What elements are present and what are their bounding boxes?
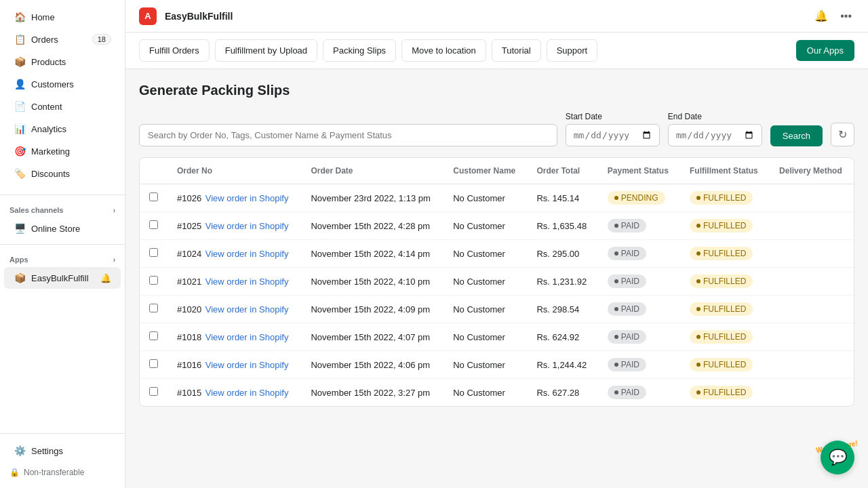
tab-support[interactable]: Support [547,39,598,62]
sidebar-item-online-store[interactable]: 🖥️ Online Store [4,218,121,239]
sidebar-item-label: Settings [31,446,63,456]
sidebar-item-analytics[interactable]: 📊 Analytics [4,118,121,140]
order-link[interactable]: View order in Shopify [205,193,289,203]
orders-table-container: Order No Order Date Customer Name Order … [139,157,854,407]
order-number: #1021 [177,277,201,287]
table-row: #1015 View order in Shopify November 15t… [140,379,854,407]
order-date-cell: November 15th 2022, 3:27 pm [301,379,443,407]
sales-channels-header[interactable]: Sales channels › [0,199,125,217]
our-apps-button[interactable]: Our Apps [796,40,854,61]
chevron-right-icon: › [113,207,115,214]
delivery-method-cell [770,379,854,407]
end-date-group: End Date [668,112,762,146]
payment-status-badge: PAID [608,330,646,344]
search-button[interactable]: Search [770,125,823,146]
content-area: Generate Packing Slips Start Date End Da… [125,69,868,488]
payment-status-badge: PAID [608,386,646,399]
bell-icon[interactable]: 🔔 [100,273,111,283]
fulfillment-status-cell: FULFILLED [680,240,770,268]
badge-dot [696,196,701,200]
payment-status-badge: PAID [608,358,646,371]
search-input[interactable] [139,124,557,146]
sidebar-item-label: Online Store [31,224,80,234]
order-no-cell: #1021 View order in Shopify [167,268,301,296]
customer-name-cell: No Customer [443,351,527,379]
delivery-method-cell [770,268,854,296]
sidebar-item-content[interactable]: 📄 Content [4,96,121,117]
orders-table: Order No Order Date Customer Name Order … [140,158,854,406]
sidebar-item-discounts[interactable]: 🏷️ Discounts [4,163,121,184]
end-date-label: End Date [668,112,762,121]
sidebar-item-label: Customers [31,79,74,89]
more-options-icon[interactable]: ••• [837,7,854,25]
tab-fulfill-orders[interactable]: Fulfill Orders [139,39,210,62]
sidebar-item-orders[interactable]: 📋 Orders 18 [4,28,121,50]
row-checkbox[interactable] [149,276,158,285]
order-link[interactable]: View order in Shopify [205,332,289,342]
sidebar-item-settings[interactable]: ⚙️ Settings [4,440,121,462]
payment-status-cell: PAID [598,268,680,296]
order-date-cell: November 15th 2022, 4:09 pm [301,296,443,323]
end-date-input[interactable] [668,124,762,146]
content-icon: 📄 [14,100,26,113]
badge-dot [696,390,701,394]
order-link[interactable]: View order in Shopify [205,304,289,314]
order-link[interactable]: View order in Shopify [205,388,289,398]
order-total-cell: Rs. 1,244.42 [527,351,597,379]
order-link[interactable]: View order in Shopify [205,277,289,287]
chat-widget[interactable]: 💬 [821,441,854,474]
tab-tutorial[interactable]: Tutorial [492,39,541,62]
order-link[interactable]: View order in Shopify [205,221,289,231]
tab-packing-slips[interactable]: Packing Slips [323,39,396,62]
order-number: #1024 [177,249,201,259]
order-no-cell: #1018 View order in Shopify [167,323,301,351]
order-link[interactable]: View order in Shopify [205,360,289,370]
row-checkbox[interactable] [149,192,158,201]
app-title: EasyBulkFulfill [165,11,233,22]
order-total-cell: Rs. 627.28 [527,379,597,407]
orders-badge: 18 [92,34,111,45]
fulfillment-status-cell: FULFILLED [680,296,770,323]
payment-status-cell: PENDING [598,184,680,212]
row-checkbox[interactable] [149,304,158,312]
start-date-input[interactable] [566,124,660,146]
sidebar-item-customers[interactable]: 👤 Customers [4,73,121,95]
row-checkbox[interactable] [149,248,158,257]
badge-dot [614,335,618,339]
chevron-right-icon-2: › [113,256,115,264]
fulfillment-status-cell: FULFILLED [680,212,770,240]
customer-name-cell: No Customer [443,379,527,407]
col-payment-status: Payment Status [598,158,680,184]
sidebar-item-marketing[interactable]: 🎯 Marketing [4,140,121,162]
apps-header[interactable]: Apps › [0,249,125,266]
delivery-method-cell [770,240,854,268]
delivery-method-cell [770,323,854,351]
select-all-header [140,158,167,184]
order-date-cell: November 23rd 2022, 1:13 pm [301,184,443,212]
bell-icon-header[interactable]: 🔔 [812,7,831,25]
tab-move-to-location[interactable]: Move to location [401,39,486,62]
tab-fulfillment-by-upload[interactable]: Fulfillment by Upload [215,39,317,62]
row-checkbox[interactable] [149,331,158,340]
row-checkbox[interactable] [149,220,158,229]
order-no-cell: #1020 View order in Shopify [167,296,301,323]
table-row: #1025 View order in Shopify November 15t… [140,212,854,240]
customers-icon: 👤 [14,78,26,90]
order-link[interactable]: View order in Shopify [205,249,289,259]
fulfillment-status-badge: FULFILLED [690,386,753,399]
sidebar-item-easybulkfulfill[interactable]: 📦 EasyBulkFulfill 🔔 [4,267,121,289]
row-checkbox-cell [140,351,167,379]
app-header: A EasyBulkFulfill 🔔 ••• [125,0,868,33]
badge-dot [614,363,618,367]
badge-dot [614,251,618,256]
order-number: #1026 [177,193,201,203]
fulfillment-status-badge: FULFILLED [690,358,753,371]
row-checkbox[interactable] [149,359,158,368]
lock-icon: 🔒 [9,468,20,477]
sidebar-item-home[interactable]: 🏠 Home [4,6,121,28]
row-checkbox[interactable] [149,387,158,396]
sidebar-item-products[interactable]: 📦 Products [4,51,121,73]
col-order-date: Order Date [301,158,443,184]
refresh-button[interactable]: ↻ [831,123,854,146]
order-date-cell: November 15th 2022, 4:07 pm [301,323,443,351]
